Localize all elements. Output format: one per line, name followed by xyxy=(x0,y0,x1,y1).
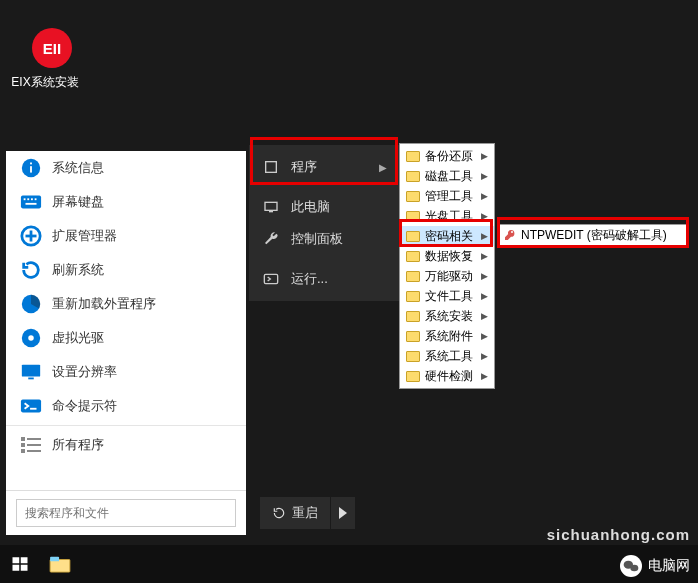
svg-rect-19 xyxy=(21,437,25,441)
watermark-text: 电脑网 xyxy=(648,557,690,575)
svg-rect-34 xyxy=(50,557,59,562)
folder-icon xyxy=(406,211,420,222)
start-menu-item[interactable]: 重新加载外置程序 xyxy=(6,287,246,321)
refresh-icon xyxy=(20,259,42,281)
list-icon xyxy=(20,434,42,456)
sub-menu-item[interactable]: 密码相关▶ xyxy=(400,226,494,246)
chevron-right-icon: ▶ xyxy=(481,251,488,261)
chevron-right-icon: ▶ xyxy=(481,311,488,321)
sub-menu-item[interactable]: 系统附件▶ xyxy=(400,326,494,346)
sub-menu-label: 光盘工具 xyxy=(425,208,473,225)
sub-menu-item[interactable]: 管理工具▶ xyxy=(400,186,494,206)
sub-menu-item[interactable]: 文件工具▶ xyxy=(400,286,494,306)
chevron-right-icon: ▶ xyxy=(481,171,488,181)
start-menu-item[interactable]: 屏幕键盘 xyxy=(6,185,246,219)
start-menu-item[interactable]: 命令提示符 xyxy=(6,389,246,423)
svg-rect-1 xyxy=(30,166,32,172)
context-menu-label: 程序 xyxy=(291,158,317,176)
svg-rect-15 xyxy=(22,365,40,377)
watermark-site: sichuanhong.com xyxy=(547,526,690,543)
svg-rect-4 xyxy=(24,198,26,200)
app-badge-icon: EII xyxy=(32,28,72,68)
pc-icon xyxy=(261,200,281,214)
start-menu-item[interactable]: 虚拟光驱 xyxy=(6,321,246,355)
wrench-icon xyxy=(261,231,281,247)
sub-menu-label: 系统安装 xyxy=(425,308,473,325)
sub-menu-label: 系统工具 xyxy=(425,348,473,365)
monitor-icon xyxy=(20,361,42,383)
folder-icon xyxy=(406,251,420,262)
context-menu-item[interactable]: 程序▶ xyxy=(249,151,399,183)
chevron-right-icon: ▶ xyxy=(481,191,488,201)
svg-rect-8 xyxy=(26,203,37,205)
sub-menu-label: 系统附件 xyxy=(425,328,473,345)
sub-menu-item[interactable]: 硬件检测▶ xyxy=(400,366,494,386)
context-menu-label: 此电脑 xyxy=(291,198,330,216)
svg-rect-11 xyxy=(26,235,37,238)
power-more-button[interactable] xyxy=(331,497,356,529)
watermark-brand: 电脑网 xyxy=(620,555,690,577)
restart-label: 重启 xyxy=(292,504,318,522)
svg-point-14 xyxy=(28,335,34,341)
sub-menu-label: 数据恢复 xyxy=(425,248,473,265)
chevron-right-icon: ▶ xyxy=(481,371,488,381)
chevron-right-icon: ▶ xyxy=(379,162,387,173)
svg-rect-16 xyxy=(28,378,34,380)
start-menu: 系统信息屏幕键盘扩展管理器刷新系统重新加载外置程序虚拟光驱设置分辨率命令提示符所… xyxy=(6,151,246,535)
restart-button[interactable]: 重启 xyxy=(260,497,331,529)
final-menu-label: NTPWEDIT (密码破解工具) xyxy=(521,227,667,244)
chevron-right-icon: ▶ xyxy=(481,351,488,361)
sub-menu-item[interactable]: 万能驱动▶ xyxy=(400,266,494,286)
desktop-icon-eix[interactable]: EII EIX系统安装 xyxy=(22,28,82,91)
taskbar-explorer-button[interactable] xyxy=(40,545,80,583)
sub-menu-item[interactable]: 磁盘工具▶ xyxy=(400,166,494,186)
key-icon xyxy=(503,228,517,242)
svg-rect-32 xyxy=(21,565,28,571)
chevron-right-icon: ▶ xyxy=(481,271,488,281)
sub-menu-label: 文件工具 xyxy=(425,288,473,305)
sub-menu-item[interactable]: 备份还原▶ xyxy=(400,146,494,166)
sub-menu-label: 备份还原 xyxy=(425,148,473,165)
folder-icon xyxy=(406,231,420,242)
svg-point-36 xyxy=(630,565,638,572)
cmd-icon xyxy=(20,395,42,417)
svg-rect-3 xyxy=(21,196,41,209)
context-menu-item[interactable]: 运行... xyxy=(249,263,399,295)
svg-rect-6 xyxy=(31,198,33,200)
start-menu-item[interactable]: 系统信息 xyxy=(6,151,246,185)
start-menu-item[interactable]: 设置分辨率 xyxy=(6,355,246,389)
sub-menu-item[interactable]: 系统工具▶ xyxy=(400,346,494,366)
start-menu-label: 屏幕键盘 xyxy=(52,193,104,211)
context-menu-item[interactable]: 控制面板 xyxy=(249,223,399,255)
svg-rect-7 xyxy=(35,198,37,200)
sub-menu-item[interactable]: 系统安装▶ xyxy=(400,306,494,326)
svg-rect-23 xyxy=(21,449,25,453)
sub-menu-item[interactable]: 光盘工具▶ xyxy=(400,206,494,226)
svg-rect-2 xyxy=(30,163,32,165)
svg-rect-26 xyxy=(265,202,277,210)
start-menu-label: 刷新系统 xyxy=(52,261,104,279)
start-button[interactable] xyxy=(0,545,40,583)
run-icon xyxy=(261,272,281,286)
start-menu-item[interactable]: 所有程序 xyxy=(6,428,246,462)
svg-rect-24 xyxy=(27,450,41,452)
power-controls: 重启 xyxy=(260,497,356,529)
sub-menu-programs: 备份还原▶磁盘工具▶管理工具▶光盘工具▶密码相关▶数据恢复▶万能驱动▶文件工具▶… xyxy=(399,143,495,389)
folder-icon xyxy=(406,371,420,382)
context-menu-item[interactable]: 此电脑 xyxy=(249,191,399,223)
start-menu-item[interactable]: 刷新系统 xyxy=(6,253,246,287)
start-menu-label: 系统信息 xyxy=(52,159,104,177)
app-icon xyxy=(261,159,281,175)
search-input[interactable] xyxy=(16,499,236,527)
sub-menu-item[interactable]: 数据恢复▶ xyxy=(400,246,494,266)
start-menu-item[interactable]: 扩展管理器 xyxy=(6,219,246,253)
pie-icon xyxy=(20,293,42,315)
plus-icon xyxy=(20,225,42,247)
folder-icon xyxy=(406,291,420,302)
svg-rect-30 xyxy=(21,557,28,563)
svg-rect-25 xyxy=(266,162,277,173)
svg-rect-33 xyxy=(50,560,70,573)
folder-icon xyxy=(406,151,420,162)
final-menu-item[interactable]: NTPWEDIT (密码破解工具) xyxy=(498,224,688,246)
svg-rect-5 xyxy=(27,198,29,200)
